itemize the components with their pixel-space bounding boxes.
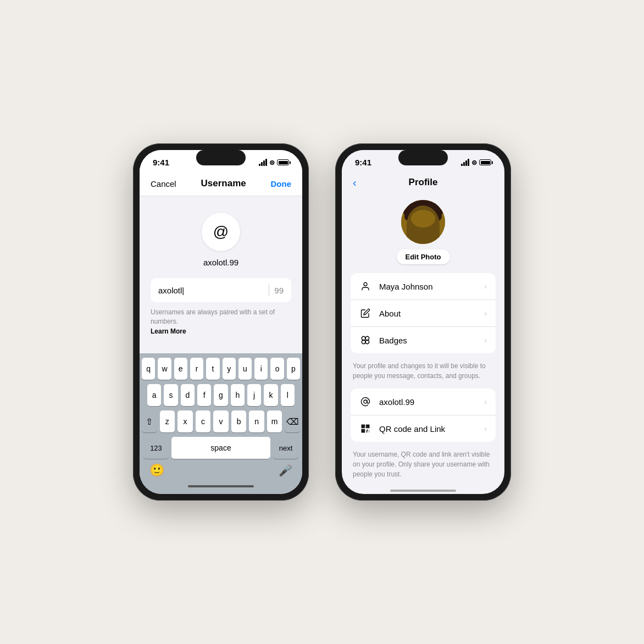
key-u[interactable]: u bbox=[238, 358, 252, 380]
key-c[interactable]: c bbox=[196, 410, 211, 432]
dynamic-island-2 bbox=[398, 150, 448, 165]
keyboard-bottom-row: 123 space next bbox=[142, 437, 300, 459]
key-delete[interactable]: ⌫ bbox=[285, 410, 300, 432]
key-f[interactable]: f bbox=[197, 384, 211, 406]
key-d[interactable]: d bbox=[181, 384, 195, 406]
svg-point-17 bbox=[365, 340, 369, 344]
edit-photo-button[interactable]: Edit Photo bbox=[397, 249, 450, 264]
svg-rect-24 bbox=[363, 430, 364, 431]
keyboard-row-1: q w e r t y u i o p bbox=[142, 358, 300, 380]
chevron-icon-name: › bbox=[484, 282, 487, 291]
key-numbers[interactable]: 123 bbox=[143, 437, 169, 459]
chevron-icon-username: › bbox=[484, 397, 487, 406]
key-n[interactable]: n bbox=[249, 410, 264, 432]
key-q[interactable]: q bbox=[142, 358, 155, 380]
dynamic-island bbox=[196, 150, 246, 165]
name-label: Maya Johnson bbox=[379, 282, 484, 291]
at-icon bbox=[359, 396, 371, 408]
key-m[interactable]: m bbox=[267, 410, 282, 432]
at-symbol-icon: @ bbox=[213, 223, 229, 241]
key-j[interactable]: j bbox=[247, 384, 261, 406]
key-b[interactable]: b bbox=[231, 410, 247, 432]
svg-point-9 bbox=[417, 223, 420, 226]
avatar bbox=[401, 200, 445, 244]
learn-more-link[interactable]: Learn More bbox=[151, 327, 291, 335]
profile-row-badges[interactable]: Badges › bbox=[351, 327, 496, 353]
wifi-icon: ⊜ bbox=[269, 159, 275, 166]
key-x[interactable]: x bbox=[177, 410, 193, 432]
svg-rect-11 bbox=[401, 237, 445, 244]
svg-point-6 bbox=[403, 209, 410, 215]
status-time-2: 9:41 bbox=[355, 158, 371, 167]
svg-point-14 bbox=[362, 336, 365, 340]
key-r[interactable]: r bbox=[190, 358, 203, 380]
key-next[interactable]: next bbox=[273, 437, 298, 459]
mic-key[interactable]: 🎤 bbox=[279, 464, 292, 477]
key-w[interactable]: w bbox=[158, 358, 171, 380]
pencil-icon bbox=[359, 307, 371, 319]
back-button[interactable]: ‹ bbox=[353, 176, 357, 189]
username-row-label: axolotl.99 bbox=[379, 397, 484, 407]
profile-row-username[interactable]: axolotl.99 › bbox=[351, 388, 496, 415]
key-t[interactable]: t bbox=[206, 358, 219, 380]
cancel-button[interactable]: Cancel bbox=[151, 179, 176, 188]
key-y[interactable]: y bbox=[223, 358, 236, 380]
home-bar-1 bbox=[188, 485, 254, 487]
home-bar-2 bbox=[390, 490, 456, 492]
profile-header: ‹ Profile bbox=[342, 171, 504, 195]
qr-icon bbox=[359, 423, 371, 435]
username-hint-text: Usernames are always paired with a set o… bbox=[151, 308, 291, 326]
key-s[interactable]: s bbox=[164, 384, 177, 406]
key-e[interactable]: e bbox=[174, 358, 187, 380]
key-space[interactable]: space bbox=[171, 437, 270, 459]
home-indicator-1 bbox=[142, 481, 300, 492]
key-l[interactable]: l bbox=[281, 384, 295, 406]
svg-point-7 bbox=[436, 209, 443, 215]
svg-point-8 bbox=[410, 212, 436, 243]
emoji-key[interactable]: 🙂 bbox=[149, 463, 164, 478]
chevron-icon-badges: › bbox=[484, 336, 487, 345]
profile-row-qr[interactable]: QR code and Link › bbox=[351, 415, 496, 442]
input-divider bbox=[269, 285, 269, 296]
keyboard-row-2: a s d f g h j k l bbox=[142, 384, 300, 406]
username-screen-title: Username bbox=[201, 178, 246, 189]
status-time-1: 9:41 bbox=[153, 158, 169, 167]
key-g[interactable]: g bbox=[214, 384, 227, 406]
username-section: axolotl.99 › bbox=[351, 388, 496, 442]
avatar-image bbox=[401, 200, 445, 244]
about-label: About bbox=[379, 309, 484, 318]
key-shift[interactable]: ⇧ bbox=[142, 410, 157, 432]
wifi-icon-2: ⊜ bbox=[471, 159, 477, 166]
key-i[interactable]: i bbox=[254, 358, 268, 380]
username-header: Cancel Username Done bbox=[140, 171, 302, 196]
username-hint-block: Usernames are always paired with a set o… bbox=[151, 308, 291, 335]
svg-point-10 bbox=[426, 223, 430, 226]
username-input-text[interactable]: axolotl| bbox=[158, 286, 263, 295]
keyboard: q w e r t y u i o p a s d f g bbox=[140, 353, 302, 494]
done-button[interactable]: Done bbox=[270, 179, 291, 188]
key-v[interactable]: v bbox=[213, 410, 229, 432]
profile-screen-title: Profile bbox=[409, 177, 438, 188]
key-p[interactable]: p bbox=[287, 358, 300, 380]
battery-icon bbox=[277, 159, 289, 165]
key-h[interactable]: h bbox=[231, 384, 245, 406]
keyboard-row-3: ⇧ z x c v b n m ⌫ bbox=[142, 410, 300, 432]
key-o[interactable]: o bbox=[270, 358, 284, 380]
avatar-section: Edit Photo bbox=[342, 195, 504, 273]
username-content: @ axolotl.99 axolotl| 99 Usernames are a… bbox=[140, 196, 302, 353]
profile-row-about[interactable]: About › bbox=[351, 300, 496, 327]
person-icon bbox=[359, 280, 371, 292]
key-z[interactable]: z bbox=[160, 410, 175, 432]
svg-rect-12 bbox=[410, 237, 436, 244]
svg-point-15 bbox=[365, 336, 369, 340]
chevron-icon-about: › bbox=[484, 309, 487, 318]
username-input-row: axolotl| 99 bbox=[151, 278, 291, 302]
signal-icon bbox=[259, 159, 267, 166]
key-a[interactable]: a bbox=[147, 384, 161, 406]
key-k[interactable]: k bbox=[264, 384, 277, 406]
profile-row-name[interactable]: Maya Johnson › bbox=[351, 273, 496, 300]
at-icon-circle: @ bbox=[202, 213, 240, 251]
profile-visibility-note: Your profile and changes to it will be v… bbox=[342, 358, 504, 388]
svg-rect-22 bbox=[363, 426, 364, 427]
phones-container: 9:41 ⊜ Cancel Username bbox=[133, 143, 511, 501]
